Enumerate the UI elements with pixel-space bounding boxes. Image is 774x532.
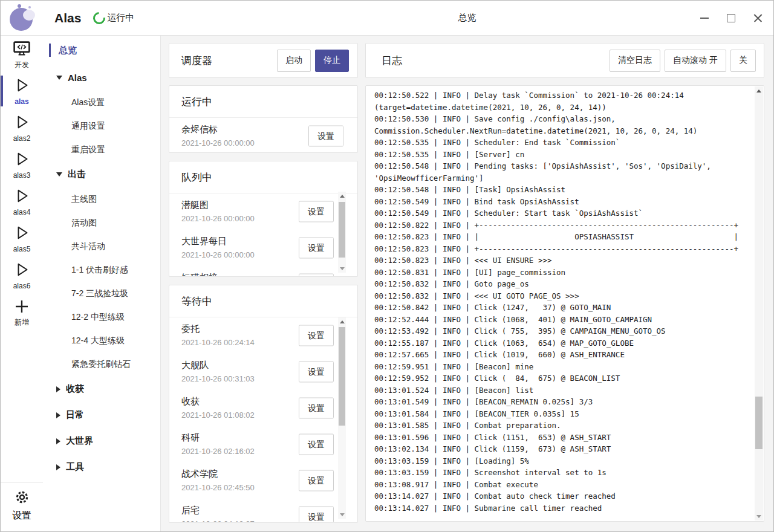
task-next-run-time: 2021-10-26 00:00:00 — [181, 213, 291, 224]
menu-section-head[interactable]: 工具 — [43, 454, 160, 480]
menu-item[interactable]: 重启设置 — [43, 138, 160, 161]
task-next-run-time: 2021-10-26 00:24:14 — [181, 337, 291, 348]
task-name: 大世界每日 — [181, 234, 291, 248]
window-controls — [691, 1, 771, 35]
log-card: 00:12:50.522 | INFO | Delay task `Commis… — [365, 85, 764, 522]
task-row: 后宅2021-10-26 04:19:27设置 — [169, 499, 357, 522]
task-next-run-time: 2021-10-26 00:00:00 — [181, 138, 291, 149]
running-card: 运行中 余烬信标2021-10-26 00:00:00设置 — [169, 85, 358, 153]
task-row: 委托2021-10-26 00:24:14设置 — [169, 317, 357, 354]
task-row: 短猫相接2021-10-26 00:00:00设置 — [169, 266, 357, 276]
rail-item-label: alas6 — [13, 282, 31, 290]
main-content: 调度器 启动 停止 运行中 余烬信标2021-10-26 00:00:00设置 … — [161, 35, 773, 531]
play-icon — [13, 77, 30, 96]
menu-item-overview[interactable]: 总览 — [43, 43, 160, 57]
scrollbar-thumb[interactable] — [339, 202, 345, 258]
task-setting-button[interactable]: 设置 — [308, 126, 343, 147]
waiting-card: 等待中 委托2021-10-26 00:24:14设置大舰队2021-10-26… — [169, 285, 358, 523]
rail-item-add[interactable]: 新增 — [1, 294, 43, 330]
menu-item[interactable]: 活动图 — [43, 211, 160, 235]
rail-item-alas[interactable]: alas — [1, 73, 43, 109]
rail-item-label: alas4 — [13, 209, 31, 216]
scroll-down-icon — [340, 513, 345, 516]
task-setting-button[interactable]: 设置 — [299, 274, 334, 276]
scheduler-title: 调度器 — [181, 54, 212, 68]
rail-item-label: 新增 — [15, 319, 29, 326]
pending-card-title: 队列中 — [169, 161, 357, 193]
menu-item[interactable]: 共斗活动 — [43, 235, 160, 258]
play-icon — [13, 151, 30, 170]
rail-item-alas2[interactable]: alas2 — [1, 110, 43, 146]
task-setting-button[interactable]: 设置 — [299, 325, 334, 346]
log-scrollbar[interactable] — [755, 86, 763, 521]
stop-button[interactable]: 停止 — [315, 50, 349, 72]
rail-item-alas6[interactable]: alas6 — [1, 258, 43, 293]
task-setting-button[interactable]: 设置 — [299, 238, 334, 259]
menu-section-label: 日常 — [66, 409, 84, 421]
scrollbar-thumb[interactable] — [339, 327, 345, 426]
task-setting-button[interactable]: 设置 — [299, 470, 334, 491]
clear-log-button[interactable]: 清空日志 — [610, 50, 660, 72]
menu-section-label: Alas — [68, 73, 87, 83]
menu-item[interactable]: 1-1 伏击刷好感 — [43, 258, 160, 282]
minimize-button[interactable] — [691, 1, 718, 35]
chevron-right-icon — [56, 386, 60, 392]
task-row: 潜艇图2021-10-26 00:00:00设置 — [169, 193, 357, 230]
scrollbar-thumb[interactable] — [755, 397, 763, 449]
task-setting-button[interactable]: 设置 — [299, 507, 334, 522]
task-setting-button[interactable]: 设置 — [299, 398, 334, 419]
menu-section-head[interactable]: 收获 — [43, 376, 160, 402]
close-button[interactable] — [744, 1, 771, 35]
running-card-title: 运行中 — [169, 86, 357, 118]
menu-section-head[interactable]: 出击 — [43, 161, 160, 187]
pending-scrollbar[interactable] — [338, 192, 346, 273]
rail-item-dev[interactable]: 开发 — [1, 36, 43, 72]
rail-item-label: alas2 — [13, 135, 31, 142]
nav-menu: 总览 AlasAlas设置通用设置重启设置出击主线图活动图共斗活动1-1 伏击刷… — [43, 35, 161, 531]
menu-item[interactable]: 主线图 — [43, 187, 160, 211]
task-setting-button[interactable]: 设置 — [299, 434, 334, 455]
instance-rail: 开发alasalas2alas3alas4alas5alas6新增 设置 — [1, 35, 44, 531]
rail-item-settings[interactable]: 设置 — [1, 482, 43, 531]
menu-item[interactable]: 紧急委托刷钻石 — [43, 352, 160, 376]
close-icon — [753, 13, 763, 22]
log-off-button[interactable]: 关 — [730, 50, 756, 72]
title-bar: Alas 运行中 总览 — [1, 1, 773, 36]
autoscroll-toggle-button[interactable]: 自动滚动 开 — [665, 50, 726, 72]
task-setting-button[interactable]: 设置 — [299, 362, 334, 383]
waiting-scrollbar[interactable] — [338, 317, 346, 519]
scroll-up-icon — [756, 89, 761, 92]
menu-section-head[interactable]: 大世界 — [43, 428, 160, 454]
menu-section-head[interactable]: 日常 — [43, 402, 160, 428]
menu-section-head[interactable]: Alas — [43, 65, 160, 91]
rail-item-label: alas3 — [13, 172, 31, 179]
menu-item[interactable]: 12-4 大型练级 — [43, 329, 160, 352]
task-name: 收获 — [181, 394, 291, 408]
maximize-icon — [727, 14, 735, 22]
scroll-up-icon — [340, 320, 345, 323]
log-header-card: 日志 清空日志 自动滚动 开 关 — [365, 43, 764, 78]
chevron-down-icon — [56, 76, 62, 80]
task-setting-button[interactable]: 设置 — [299, 201, 334, 222]
task-name: 后宅 — [181, 503, 291, 517]
gear-icon — [14, 489, 30, 508]
task-name: 科研 — [181, 430, 291, 444]
task-name: 潜艇图 — [181, 198, 291, 212]
task-next-run-time: 2021-10-26 01:08:02 — [181, 410, 291, 421]
menu-item[interactable]: 通用设置 — [43, 114, 160, 138]
rail-item-alas3[interactable]: alas3 — [1, 147, 43, 183]
alas-logo-icon — [8, 4, 37, 33]
scheduler-status-label: 运行中 — [107, 12, 134, 24]
waiting-card-title: 等待中 — [169, 285, 357, 317]
menu-item[interactable]: Alas设置 — [43, 91, 160, 114]
start-button[interactable]: 启动 — [277, 50, 311, 72]
rail-item-alas4[interactable]: alas4 — [1, 184, 43, 219]
page-title: 总览 — [161, 12, 773, 24]
task-row: 收获2021-10-26 01:08:02设置 — [169, 390, 357, 426]
menu-item[interactable]: 12-2 中型练级 — [43, 305, 160, 329]
task-row: 余烬信标2021-10-26 00:00:00设置 — [169, 118, 357, 152]
menu-section-label: 工具 — [66, 461, 84, 473]
maximize-button[interactable] — [718, 1, 744, 35]
menu-item[interactable]: 7-2 三战捡垃圾 — [43, 282, 160, 305]
rail-item-alas5[interactable]: alas5 — [1, 221, 43, 256]
